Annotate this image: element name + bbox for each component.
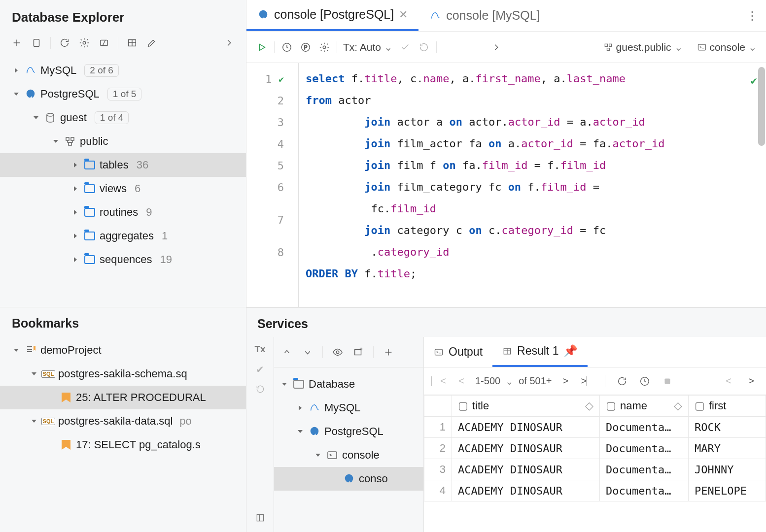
rollback-icon[interactable] [255, 384, 265, 397]
inspection-ok-icon[interactable]: ✔ [751, 70, 757, 92]
layout-icon[interactable] [255, 513, 265, 525]
code-area[interactable]: select f.title, c.name, a.first_name, a.… [299, 63, 766, 307]
tree-node-public[interactable]: public [0, 130, 246, 153]
chevron-right-icon[interactable] [487, 38, 506, 57]
table-row[interactable]: 3ACADEMY DINOSAURDocumenta…JOHNNY [424, 459, 766, 480]
sort-icon[interactable]: ◇ [674, 399, 682, 412]
tx-mode-dropdown[interactable]: Tx: Auto ⌄ [340, 41, 396, 53]
tree-node-tables[interactable]: tables 36 [0, 153, 246, 177]
bookmark-item[interactable]: 17: SELECT pg_catalog.s [0, 433, 246, 457]
chevron-right-icon[interactable] [296, 403, 305, 412]
svg-point-4 [47, 113, 54, 116]
add-icon[interactable] [380, 343, 397, 361]
tree-node-sequences[interactable]: sequences 19 [0, 248, 246, 271]
chevron-right-icon[interactable] [71, 184, 80, 193]
first-page-icon[interactable]: ⎸< [430, 372, 448, 390]
refresh-icon[interactable] [613, 372, 631, 390]
chevron-down-icon[interactable] [296, 427, 305, 436]
next-icon[interactable]: > [742, 372, 760, 390]
tree-node-routines[interactable]: routines 9 [0, 200, 246, 224]
pin-icon[interactable]: 📌 [563, 344, 578, 358]
svc-tab-result[interactable]: Result 1 📌 [492, 337, 588, 367]
bookmark-project[interactable]: demoProject [0, 338, 246, 362]
run-icon[interactable] [252, 38, 271, 57]
tree-node-aggregates[interactable]: aggregates 1 [0, 224, 246, 248]
chevron-down-icon[interactable] [30, 369, 38, 378]
gear-icon[interactable] [315, 38, 334, 57]
db-tree: MySQL 2 of 6 PostgreSQL 1 of 5 guest 1 o… [0, 57, 246, 273]
chevron-right-icon[interactable] [71, 161, 80, 169]
chevron-down-icon[interactable] [313, 451, 322, 460]
history-icon[interactable] [278, 38, 296, 57]
target-dropdown[interactable]: console ⌄ [694, 41, 760, 53]
tree-node-views[interactable]: views 6 [0, 177, 246, 200]
chevron-down-icon[interactable] [12, 346, 21, 355]
bookmark-file[interactable]: SQL postgres-sakila-data.sql po [0, 409, 246, 433]
collapse-down-icon[interactable] [299, 343, 316, 361]
last-page-icon[interactable]: >⎸ [579, 372, 597, 390]
chevron-down-icon[interactable] [280, 380, 289, 389]
column-header[interactable]: name [620, 399, 647, 412]
close-icon[interactable]: ✕ [399, 8, 408, 21]
tree-node-mysql[interactable]: MySQL 2 of 6 [0, 59, 246, 82]
svc-node-database[interactable]: Database [274, 372, 423, 396]
more-icon[interactable]: ⋮ [746, 0, 766, 31]
svg-text:P: P [304, 44, 308, 50]
rollback-icon[interactable] [415, 38, 433, 57]
column-header[interactable]: title [472, 399, 489, 412]
gear-icon[interactable] [75, 34, 93, 52]
schema-dropdown[interactable]: guest.public ⌄ [600, 41, 686, 53]
pencil-icon[interactable] [143, 34, 161, 52]
svg-rect-14 [607, 48, 609, 50]
new-session-icon[interactable] [349, 343, 367, 361]
tx-icon[interactable]: Tx [254, 344, 265, 355]
chevron-down-icon[interactable]: ⌄ [505, 375, 514, 387]
svc-node-mysql[interactable]: MySQL [274, 396, 423, 420]
column-header[interactable]: first [709, 399, 726, 412]
next-page-icon[interactable]: > [557, 372, 574, 390]
explain-plan-icon[interactable]: P [296, 38, 315, 57]
chevron-right-icon[interactable] [220, 34, 238, 52]
svc-tab-output[interactable]: Output [424, 337, 492, 367]
tab-console-mysql[interactable]: console [MySQL] [418, 0, 551, 31]
stop-icon[interactable] [659, 372, 676, 390]
result-grid[interactable]: ▢title◇ ▢name◇ ▢first 1ACADEMY DINOSAURD… [424, 395, 766, 501]
show-hidden-icon[interactable] [329, 343, 347, 361]
tree-node-postgresql[interactable]: PostgreSQL 1 of 5 [0, 82, 246, 106]
prev-icon[interactable]: < [720, 372, 737, 390]
chevron-right-icon[interactable] [12, 66, 21, 75]
add-icon[interactable] [8, 34, 26, 52]
stop-icon[interactable] [95, 34, 113, 52]
history-icon[interactable] [636, 372, 654, 390]
bookmark-file[interactable]: SQL postgres-sakila-schema.sq [0, 362, 246, 386]
chevron-right-icon[interactable] [71, 232, 80, 240]
chevron-right-icon[interactable] [71, 255, 80, 264]
commit-icon[interactable] [396, 38, 415, 57]
prev-page-icon[interactable]: < [453, 372, 470, 390]
chevron-down-icon[interactable] [51, 137, 60, 146]
sort-icon[interactable]: ◇ [585, 399, 593, 412]
editor[interactable]: 1✔ 2 3 4 5 6 7 8 select f.title, c.name,… [246, 63, 766, 307]
table-row[interactable]: 1ACADEMY DINOSAURDocumenta…ROCK [424, 417, 766, 438]
chevron-down-icon[interactable] [12, 90, 21, 99]
bookmark-item[interactable]: 25: ALTER PROCEDURAL [0, 386, 246, 409]
folder-icon [84, 254, 96, 266]
table-row[interactable]: 2ACADEMY DINOSAURDocumenta…MARY [424, 438, 766, 459]
table-row[interactable]: 4ACADEMY DINOSAURDocumenta…PENELOPE [424, 480, 766, 501]
svc-node-console-result[interactable]: conso [274, 467, 423, 491]
chevron-down-icon[interactable] [32, 113, 40, 122]
table-icon[interactable] [123, 34, 141, 52]
svc-node-postgresql[interactable]: PostgreSQL [274, 420, 423, 443]
chevron-right-icon[interactable] [71, 208, 80, 217]
clipboard-icon[interactable] [28, 34, 45, 52]
expand-up-icon[interactable] [278, 343, 296, 361]
tree-node-guest[interactable]: guest 1 of 4 [0, 106, 246, 130]
scrollbar[interactable] [758, 67, 765, 146]
checkmark-icon[interactable]: ✔ [256, 364, 264, 375]
svg-rect-13 [609, 44, 611, 46]
gutter: 1✔ 2 3 4 5 6 7 8 [246, 63, 299, 307]
tab-console-postgresql[interactable]: console [PostgreSQL] ✕ [246, 0, 418, 31]
svc-node-console[interactable]: console [274, 443, 423, 467]
chevron-down-icon[interactable] [30, 417, 38, 426]
refresh-icon[interactable] [56, 34, 73, 52]
